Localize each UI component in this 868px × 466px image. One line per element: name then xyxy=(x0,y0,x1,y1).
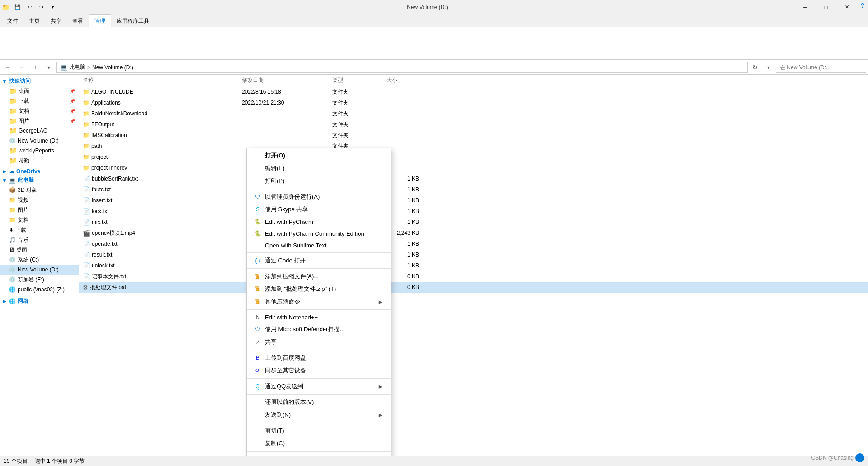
table-row[interactable]: 📁project 文件夹 xyxy=(79,152,868,162)
search-input[interactable] xyxy=(776,62,866,73)
sidebar-item-newvolume-e[interactable]: 💿 新加卷 (E:) xyxy=(0,275,79,285)
ctx-item-label: 剪切(T) xyxy=(265,427,284,435)
tab-file[interactable]: 文件 xyxy=(2,14,24,27)
ctx-cut[interactable]: 剪切(T) xyxy=(247,424,391,437)
sidebar-item-pictures[interactable]: 📁 图片 📌 xyxy=(0,116,79,126)
ctx-qq-send[interactable]: Q 通过QQ发送到 ► xyxy=(247,380,391,393)
this-pc-header[interactable]: ▼ 💻 此电脑 xyxy=(0,176,79,185)
pin-icon: 📌 xyxy=(70,89,75,94)
tab-app-tools[interactable]: 应用程序工具 xyxy=(111,14,155,27)
ctx-more-compress[interactable]: 🗜 其他压缩命令 ► xyxy=(247,295,391,308)
ctx-sync-devices[interactable]: ⟳ 同步至其它设备 xyxy=(247,364,391,377)
table-row[interactable]: 📄operate.txt 1 KB xyxy=(79,238,868,249)
col-date-header[interactable]: 修改日期 xyxy=(242,76,332,84)
tab-home[interactable]: 主页 xyxy=(24,14,45,27)
table-row[interactable]: 📁IMSCalibration 文件夹 xyxy=(79,130,868,141)
maximize-button[interactable]: □ xyxy=(816,0,836,14)
sidebar-item-weeklyreports[interactable]: 📁 weeklyReports xyxy=(0,146,79,156)
col-type-header[interactable]: 类型 xyxy=(332,76,387,84)
ctx-defender-scan[interactable]: 🛡 使用 Microsoft Defender扫描... xyxy=(247,323,391,336)
table-row[interactable]: 📁BaiduNetdiskDownload 文件夹 xyxy=(79,108,868,119)
minimize-button[interactable]: ─ xyxy=(795,0,816,14)
ctx-add-to-archive[interactable]: 🗜 添加到压缩文件(A)... xyxy=(247,270,391,283)
address-path[interactable]: 💻 此电脑 > New Volume (D:) xyxy=(56,62,748,73)
ctx-open[interactable]: 打开(O) xyxy=(247,149,391,162)
refresh-button[interactable]: ↻ xyxy=(749,61,761,74)
recent-locations-button[interactable]: ▾ xyxy=(42,61,55,74)
table-row[interactable]: 📄insert.txt 1 KB xyxy=(79,195,868,206)
table-row[interactable]: 📁project-innorev 文件夹 xyxy=(79,162,868,173)
onedrive-header[interactable]: ► ☁ OneDrive xyxy=(0,167,79,176)
sidebar-item-georgelac[interactable]: 📁 GeorgeLAC xyxy=(0,126,79,136)
ctx-send-to[interactable]: 发送到(N) ► xyxy=(247,409,391,421)
sidebar-item-attendance[interactable]: 📁 考勤 xyxy=(0,156,79,166)
network-header[interactable]: ► 🌐 网络 xyxy=(0,296,79,306)
table-row[interactable]: 📄fputc.txt 1 KB xyxy=(79,184,868,195)
ctx-copy[interactable]: 复制(C) xyxy=(247,437,391,450)
ctx-restore-version[interactable]: 还原以前的版本(V) xyxy=(247,396,391,409)
sidebar-item-system-c[interactable]: 💿 系统 (C:) xyxy=(0,255,79,265)
save-qat-button[interactable]: 💾 xyxy=(12,2,23,13)
ctx-print[interactable]: 打印(P) xyxy=(247,175,391,187)
table-row[interactable]: 📄result.txt 1 KB xyxy=(79,249,868,260)
table-row[interactable]: 📄mix.txt 1 KB xyxy=(79,217,868,228)
sidebar-item-docs[interactable]: 📁 文档 📌 xyxy=(0,106,79,116)
tab-view[interactable]: 查看 xyxy=(67,14,89,27)
table-row[interactable]: 📄unlock.txt 1 KB xyxy=(79,260,868,271)
table-row[interactable]: 📄bubbleSortRank.txt 1 KB xyxy=(79,173,868,184)
table-row[interactable]: 📄lock.txt 1 KB xyxy=(79,206,868,217)
address-dropdown-button[interactable]: ▾ xyxy=(762,61,775,74)
table-row[interactable]: 📁FFOutput 文件夹 xyxy=(79,119,868,130)
sidebar-item-pictures2[interactable]: 📁 图片 xyxy=(0,205,79,215)
sidebar-item-videos[interactable]: 📁 视频 xyxy=(0,195,79,205)
ctx-create-shortcut[interactable]: 创建快捷方式(S) xyxy=(247,453,391,456)
sidebar-item-music[interactable]: 🎵 音乐 xyxy=(0,235,79,245)
sidebar-item-public-z[interactable]: 🌐 public (\\nas02) (Z:) xyxy=(0,285,79,295)
quick-access-header[interactable]: ▼ 快速访问 xyxy=(0,76,79,86)
ctx-share[interactable]: ↗ 共享 xyxy=(247,336,391,348)
ctx-upload-baidu[interactable]: B 上传到百度网盘 xyxy=(247,352,391,364)
col-size-header[interactable]: 大小 xyxy=(387,76,423,84)
ctx-open-sublime[interactable]: Open with Sublime Text xyxy=(247,239,391,251)
sidebar-item-newvolume-d[interactable]: 💿 New Volume (D:) xyxy=(0,265,79,275)
ctx-notepadpp[interactable]: N Edit with Notepad++ xyxy=(247,311,391,323)
sidebar-item-newvolume-qa[interactable]: 💿 New Volume (D:) xyxy=(0,136,79,146)
col-name-header[interactable]: 名称 xyxy=(79,76,242,84)
tab-manage[interactable]: 管理 xyxy=(89,14,111,27)
sidebar-item-downloads[interactable]: 📁 下载 📌 xyxy=(0,96,79,106)
qat-dropdown-button[interactable]: ▾ xyxy=(47,2,58,13)
sidebar-item-downloads2[interactable]: ⬇ 下载 xyxy=(0,225,79,235)
ctx-edit-pycharm-community[interactable]: 🐍 Edit with PyCharm Community Edition xyxy=(247,228,391,239)
sidebar-item-docs2[interactable]: 📁 文档 xyxy=(0,215,79,225)
ctx-edit-pycharm[interactable]: 🐍 Edit with PyCharm xyxy=(247,216,391,228)
sidebar-item-3dobjects[interactable]: 📦 3D 对象 xyxy=(0,185,79,195)
table-row[interactable]: 📁Applications 2022/10/21 21:30 文件夹 xyxy=(79,97,868,108)
table-row[interactable]: 📁ALGO_INCLUDE 2022/8/16 15:18 文件夹 xyxy=(79,86,868,97)
sidebar-item-label: 系统 (C:) xyxy=(18,256,39,264)
close-button[interactable]: ✕ xyxy=(836,0,857,14)
ctx-open-vscode[interactable]: { } 通过 Code 打开 xyxy=(247,254,391,267)
titlebar-left: 📁 💾 ↩ ↪ ▾ xyxy=(0,2,60,13)
tab-share[interactable]: 共享 xyxy=(45,14,67,27)
table-row[interactable]: 📁path 文件夹 xyxy=(79,141,868,152)
help-button[interactable]: ? xyxy=(857,0,868,11)
forward-button[interactable]: → xyxy=(15,61,28,74)
ctx-edit[interactable]: 编辑(E) xyxy=(247,162,391,175)
folder-icon: 📁 xyxy=(9,97,17,105)
undo-qat-button[interactable]: ↩ xyxy=(24,2,35,13)
ctx-item-label: 通过QQ发送到 xyxy=(265,382,303,390)
ctx-skype-share[interactable]: S 使用 Skype 共享 xyxy=(247,203,391,216)
up-button[interactable]: ↑ xyxy=(29,61,42,74)
table-row[interactable]: 📄记事本文件.txt 0 KB xyxy=(79,271,868,282)
ctx-sep-3 xyxy=(247,268,391,269)
table-row[interactable]: 🎬opencv模块1.mp4 2,243 KB xyxy=(79,228,868,238)
pycharm-icon: 🐍 xyxy=(254,218,261,225)
ctx-add-to-zip[interactable]: 🗜 添加到 "批处理文件.zip" (T) xyxy=(247,283,391,295)
sidebar-item-desktop[interactable]: 📁 桌面 📌 xyxy=(0,86,79,96)
sidebar-item-desktop2[interactable]: 🖥 桌面 xyxy=(0,245,79,255)
file-list: 名称 修改日期 类型 大小 📁ALGO_INCLUDE 2022/8/16 15… xyxy=(79,75,868,456)
table-row-selected[interactable]: ⚙批处理文件.bat 0 KB xyxy=(79,282,868,293)
ctx-run-as-admin[interactable]: 🛡 以管理员身份运行(A) xyxy=(247,190,391,203)
back-button[interactable]: ← xyxy=(2,61,14,74)
redo-qat-button[interactable]: ↪ xyxy=(36,2,47,13)
